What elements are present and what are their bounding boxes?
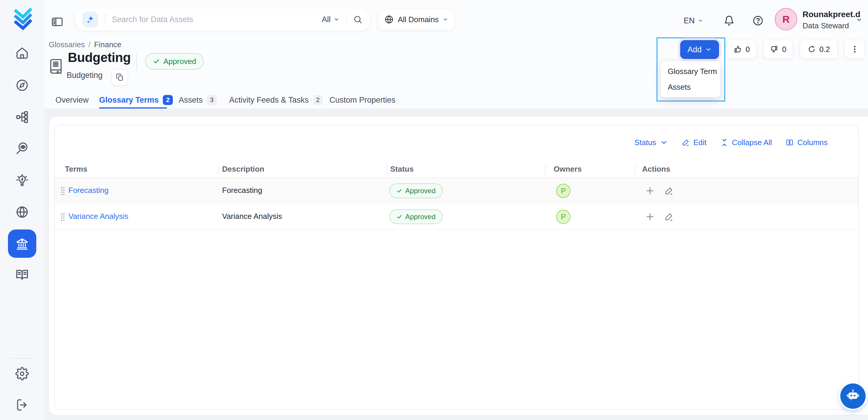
term-description: Forecasting bbox=[222, 186, 262, 195]
column-header-status[interactable]: Status bbox=[390, 164, 413, 174]
sidebar-item-domains[interactable] bbox=[14, 204, 30, 220]
term-link[interactable]: Variance Analysis bbox=[68, 212, 128, 221]
sparkle-icon bbox=[85, 14, 95, 25]
term-description: Variance Analysis bbox=[222, 212, 282, 221]
history-icon bbox=[808, 45, 816, 53]
open-book-icon bbox=[16, 268, 29, 282]
column-header-owners[interactable]: Owners bbox=[554, 164, 582, 174]
status-filter-label: Status bbox=[634, 138, 656, 147]
app-logo-icon[interactable] bbox=[9, 3, 37, 31]
collapse-all-button[interactable]: Collapse All bbox=[720, 138, 772, 147]
column-separator bbox=[218, 164, 219, 176]
sidebar-item-lineage[interactable] bbox=[14, 109, 30, 124]
tab-activity-feeds[interactable]: Activity Feeds & Tasks 2 bbox=[229, 93, 323, 107]
sidebar-item-logout[interactable] bbox=[14, 397, 30, 413]
globe-icon bbox=[16, 205, 29, 219]
page-title: Budgeting bbox=[68, 50, 131, 65]
search-divider bbox=[105, 13, 105, 26]
downvote-count: 0 bbox=[782, 45, 786, 54]
title-divider bbox=[136, 54, 137, 70]
column-separator bbox=[545, 164, 546, 176]
tab-overview[interactable]: Overview bbox=[56, 93, 89, 107]
search-scope-dropdown[interactable]: All bbox=[322, 15, 339, 24]
tab-count-badge: 2 bbox=[313, 95, 323, 105]
edit-term-icon[interactable] bbox=[664, 212, 674, 221]
chevron-down-icon bbox=[443, 17, 448, 22]
sidebar-item-glossary[interactable] bbox=[14, 267, 30, 282]
edit-term-icon[interactable] bbox=[664, 186, 674, 196]
status-badge: Approved bbox=[145, 53, 204, 69]
column-header-terms[interactable]: Terms bbox=[65, 164, 87, 174]
thumbs-down-icon bbox=[770, 45, 779, 54]
add-button-label: Add bbox=[687, 45, 702, 54]
upvote-button[interactable]: 0 bbox=[727, 40, 756, 59]
help-button[interactable] bbox=[751, 13, 765, 28]
drag-handle-icon[interactable] bbox=[60, 213, 65, 221]
chevron-down-icon bbox=[660, 138, 668, 147]
glossary-book-icon bbox=[47, 58, 64, 75]
question-circle-icon bbox=[752, 15, 764, 26]
globe-icon bbox=[384, 15, 394, 24]
user-initial: R bbox=[782, 13, 790, 25]
column-separator bbox=[386, 164, 387, 176]
edit-button[interactable]: Edit bbox=[682, 138, 707, 147]
column-header-actions[interactable]: Actions bbox=[642, 164, 670, 174]
owner-initial: P bbox=[561, 187, 566, 195]
copy-button[interactable] bbox=[112, 69, 127, 85]
more-actions-button[interactable] bbox=[845, 40, 865, 59]
add-button[interactable]: Add bbox=[680, 40, 719, 59]
chevron-down-icon bbox=[705, 46, 712, 53]
notifications-button[interactable] bbox=[722, 13, 736, 28]
global-search-bar[interactable]: All bbox=[74, 8, 371, 31]
add-child-term-icon[interactable] bbox=[645, 212, 655, 221]
edit-label: Edit bbox=[693, 138, 707, 147]
user-menu-chevron[interactable] bbox=[856, 17, 862, 23]
sidebar-toggle-icon bbox=[51, 16, 64, 28]
tab-assets[interactable]: Assets 3 bbox=[179, 93, 217, 107]
column-header-description[interactable]: Description bbox=[222, 164, 264, 174]
tab-label: Glossary Terms bbox=[99, 96, 159, 105]
sidebar-item-observability[interactable] bbox=[14, 141, 30, 156]
table-row[interactable]: Variance Analysis Variance Analysis Appr… bbox=[55, 204, 858, 230]
upvote-count: 0 bbox=[746, 45, 750, 54]
add-child-term-icon[interactable] bbox=[645, 186, 655, 196]
drag-handle-icon[interactable] bbox=[60, 187, 65, 196]
columns-button[interactable]: Columns bbox=[785, 138, 828, 147]
all-domains-dropdown[interactable]: All Domains bbox=[378, 9, 454, 30]
search-divider bbox=[346, 13, 346, 26]
bank-icon bbox=[15, 237, 29, 251]
tab-glossary-terms[interactable]: Glossary Terms 2 bbox=[99, 93, 173, 107]
column-separator bbox=[635, 164, 635, 176]
copy-icon bbox=[116, 73, 124, 82]
check-icon bbox=[396, 214, 402, 220]
breadcrumb-finance[interactable]: Finance bbox=[94, 40, 122, 49]
version-button[interactable]: 0.2 bbox=[800, 40, 838, 59]
menu-item-glossary-term[interactable]: Glossary Term bbox=[661, 64, 720, 79]
language-selector[interactable]: EN bbox=[684, 14, 703, 27]
table-row[interactable]: Forecasting Forecasting Approved P bbox=[55, 178, 858, 204]
chat-bot-button[interactable] bbox=[840, 384, 866, 409]
tab-custom-properties[interactable]: Custom Properties bbox=[330, 93, 396, 107]
sidebar-item-explore[interactable] bbox=[14, 78, 30, 93]
tab-label: Activity Feeds & Tasks bbox=[229, 96, 309, 105]
user-avatar[interactable]: R bbox=[775, 8, 797, 30]
robot-icon bbox=[846, 389, 860, 403]
menu-item-assets[interactable]: Assets bbox=[661, 79, 720, 95]
status-filter-dropdown[interactable]: Status bbox=[634, 138, 668, 147]
search-icon[interactable] bbox=[353, 15, 363, 24]
owner-avatar[interactable]: P bbox=[556, 210, 570, 224]
columns-icon bbox=[785, 138, 794, 147]
term-link[interactable]: Forecasting bbox=[68, 186, 108, 195]
sidebar-item-governance-active[interactable] bbox=[8, 230, 36, 258]
sidebar-toggle-button[interactable] bbox=[50, 14, 65, 30]
sidebar-item-insights[interactable] bbox=[14, 173, 30, 188]
sidebar-item-settings[interactable] bbox=[14, 366, 30, 381]
all-domains-label: All Domains bbox=[398, 15, 439, 24]
version-number: 0.2 bbox=[819, 45, 830, 54]
ai-sparkle-button[interactable] bbox=[82, 11, 98, 27]
breadcrumb-glossaries[interactable]: Glossaries bbox=[49, 40, 85, 49]
owner-avatar[interactable]: P bbox=[556, 184, 570, 198]
search-input[interactable] bbox=[112, 15, 322, 24]
sidebar-item-home[interactable] bbox=[14, 46, 30, 61]
downvote-button[interactable]: 0 bbox=[763, 40, 793, 59]
